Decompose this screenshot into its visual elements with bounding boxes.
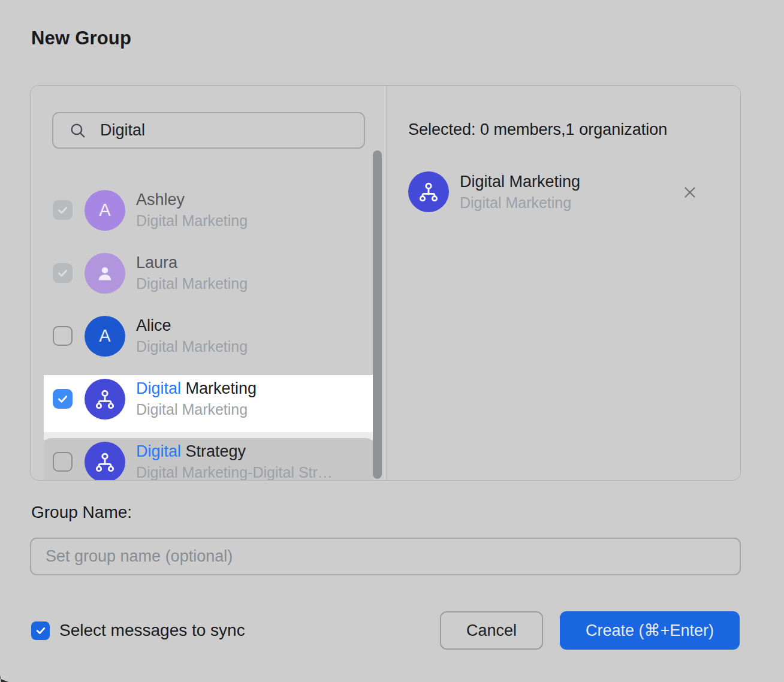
search-match-text: Digital <box>136 379 181 397</box>
org-name: Digital Strategy <box>136 442 333 461</box>
person-avatar-icon <box>85 253 125 294</box>
list-item-laura[interactable]: Laura Digital Marketing <box>31 242 387 304</box>
member-list-pane: A Ashley Digital Marketing <box>31 86 387 480</box>
search-icon <box>69 122 87 140</box>
org-hierarchy-icon <box>417 180 441 204</box>
org-name-rest: Strategy <box>181 442 246 460</box>
checkbox-unchecked[interactable] <box>53 452 73 472</box>
selected-pane: Selected: 0 members,1 organization Digit… <box>387 86 740 480</box>
cancel-button[interactable]: Cancel <box>440 611 543 650</box>
member-org: Digital Marketing <box>136 338 248 355</box>
search-match-text: Digital <box>136 442 181 460</box>
organization-avatar-icon <box>85 379 125 420</box>
check-icon <box>56 267 69 279</box>
checkbox-checked-disabled <box>53 263 73 283</box>
new-group-dialog: New Group A <box>0 0 784 682</box>
sync-messages-label: Select messages to sync <box>59 621 245 640</box>
member-list: A Ashley Digital Marketing <box>31 179 387 481</box>
scrollbar[interactable] <box>373 150 382 478</box>
member-name: Laura <box>136 254 248 272</box>
selected-item-digital-marketing: Digital Marketing Digital Marketing <box>408 168 722 216</box>
checkbox-unchecked[interactable] <box>53 326 73 346</box>
close-icon <box>682 185 698 200</box>
list-item-digital-marketing[interactable]: Digital Marketing Digital Marketing <box>31 367 387 430</box>
org-path: Digital Marketing-Digital Str… <box>136 464 333 481</box>
dialog-title: New Group <box>31 28 131 49</box>
org-name: Digital Marketing <box>136 379 257 398</box>
list-item-digital-strategy[interactable]: Digital Strategy Digital Marketing-Digit… <box>31 430 387 481</box>
group-name-input[interactable] <box>30 538 741 575</box>
selected-summary: Selected: 0 members,1 organization <box>408 120 667 139</box>
member-org: Digital Marketing <box>136 275 248 292</box>
person-icon <box>94 262 116 284</box>
org-path: Digital Marketing <box>136 401 257 418</box>
mouse-cursor-fragment <box>0 675 8 682</box>
search-box[interactable] <box>52 112 365 149</box>
org-name-rest: Marketing <box>181 379 257 397</box>
avatar-letter: A <box>85 316 125 357</box>
checkbox-checked[interactable] <box>53 389 73 409</box>
avatar-letter: A <box>85 190 125 231</box>
check-icon <box>56 204 69 216</box>
org-hierarchy-icon <box>93 387 117 411</box>
member-name: Ashley <box>136 191 248 209</box>
member-name: Alice <box>136 316 248 335</box>
checkbox-checked[interactable] <box>31 621 50 640</box>
member-org: Digital Marketing <box>136 212 248 230</box>
selected-org-name: Digital Marketing <box>460 173 580 191</box>
sync-messages-toggle[interactable]: Select messages to sync <box>31 621 245 640</box>
create-button[interactable]: Create (⌘+Enter) <box>560 611 740 650</box>
organization-avatar-icon <box>85 442 125 481</box>
group-name-label: Group Name: <box>31 503 132 522</box>
org-hierarchy-icon <box>93 450 117 474</box>
organization-avatar-icon <box>408 171 449 212</box>
member-picker-panel: A Ashley Digital Marketing <box>30 85 741 481</box>
check-icon <box>56 393 69 405</box>
search-input[interactable] <box>100 121 340 140</box>
scrollbar-thumb[interactable] <box>373 150 382 479</box>
checkbox-checked-disabled <box>53 200 73 220</box>
selected-org-path: Digital Marketing <box>460 194 580 212</box>
list-item-ashley[interactable]: A Ashley Digital Marketing <box>31 179 387 242</box>
list-item-alice[interactable]: A Alice Digital Marketing <box>31 304 387 367</box>
remove-selected-button[interactable] <box>682 184 698 201</box>
check-icon <box>35 624 47 636</box>
